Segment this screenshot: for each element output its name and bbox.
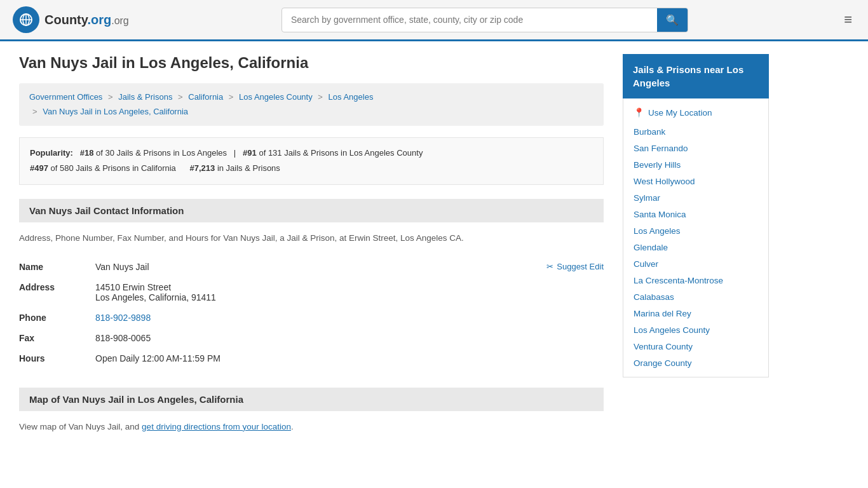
logo-text: County.org.org (44, 13, 129, 27)
main-content: Van Nuys Jail in Los Angeles, California… (19, 54, 604, 441)
list-item: Ventura County (634, 341, 758, 351)
sidebar-city-link[interactable]: Glendale (634, 243, 668, 252)
breadcrumb-sep-5: > (32, 107, 37, 116)
popularity-label: Popularity: (30, 148, 73, 158)
list-item: Culver (634, 259, 758, 269)
list-item: Burbank (634, 126, 758, 137)
sidebar-city-link[interactable]: Los Angeles County (634, 325, 710, 335)
rank1-desc: of 30 Jails & Prisons in Los Angeles (96, 148, 227, 158)
search-input[interactable] (282, 10, 657, 30)
list-item: Beverly Hills (634, 159, 758, 170)
site-header: County.org.org 🔍 ≡ (0, 0, 868, 41)
name-value-cell: Van Nuys Jail ✂ Suggest Edit (95, 257, 604, 277)
rank2: #91 (243, 148, 257, 158)
sidebar-city-link[interactable]: West Hollywood (634, 177, 695, 186)
phone-label: Phone (19, 308, 95, 328)
list-item: Glendale (634, 242, 758, 252)
edit-icon: ✂ (546, 262, 553, 271)
main-container: Van Nuys Jail in Los Angeles, California… (0, 41, 868, 454)
list-item: Los Angeles (634, 226, 758, 236)
suggest-edit-button[interactable]: ✂ Suggest Edit (546, 262, 604, 271)
breadcrumb-current[interactable]: Van Nuys Jail in Los Angeles, California (43, 107, 188, 116)
table-row-hours: Hours Open Daily 12:00 AM-11:59 PM (19, 348, 604, 369)
map-section-header: Map of Van Nuys Jail in Los Angeles, Cal… (19, 388, 604, 411)
sidebar-content: 📍 Use My Location BurbankSan FernandoBev… (623, 98, 769, 377)
breadcrumb-sep-1: > (108, 92, 113, 102)
map-desc-prefix: View map of Van Nuys Jail, and (19, 422, 142, 431)
sidebar-city-link[interactable]: Ventura County (634, 342, 693, 351)
breadcrumb-sep-2: > (178, 92, 183, 102)
list-item: Sylmar (634, 193, 758, 203)
address-value: 14510 Erwin Street Los Angeles, Californ… (95, 277, 604, 308)
list-item: Marina del Rey (634, 308, 758, 318)
rank4: #7,213 (189, 163, 215, 173)
sidebar-city-link[interactable]: Culver (634, 259, 658, 269)
menu-icon[interactable]: ≡ (841, 8, 855, 31)
sidebar: Jails & Prisons near Los Angeles 📍 Use M… (623, 54, 769, 441)
table-row-name: Name Van Nuys Jail ✂ Suggest Edit (19, 257, 604, 277)
list-item: Los Angeles County (634, 325, 758, 335)
breadcrumb: Government Offices > Jails & Prisons > C… (19, 83, 604, 126)
contact-table: Name Van Nuys Jail ✂ Suggest Edit Addres… (19, 257, 604, 369)
list-item: Santa Monica (634, 209, 758, 219)
breadcrumb-la-county[interactable]: Los Angeles County (239, 92, 313, 102)
breadcrumb-sep-3: > (229, 92, 234, 102)
breadcrumb-sep-4: > (318, 92, 323, 102)
popularity-box: Popularity: #18 of 30 Jails & Prisons in… (19, 137, 604, 185)
name-label: Name (19, 257, 95, 277)
sidebar-city-link[interactable]: Burbank (634, 127, 665, 137)
sidebar-city-link[interactable]: Beverly Hills (634, 160, 681, 170)
rank1: #18 (80, 148, 94, 158)
table-row-phone: Phone 818-902-9898 (19, 308, 604, 328)
rank2-desc: of 131 Jails & Prisons in Los Angeles Co… (259, 148, 423, 158)
address-label: Address (19, 277, 95, 308)
address-line2: Los Angeles, California, 91411 (95, 292, 604, 302)
table-row-fax: Fax 818-908-0065 (19, 328, 604, 348)
sidebar-links-list: BurbankSan FernandoBeverly HillsWest Hol… (634, 126, 758, 368)
list-item: West Hollywood (634, 176, 758, 186)
use-location-label: Use My Location (648, 108, 712, 118)
list-item: Calabasas (634, 292, 758, 302)
sidebar-city-link[interactable]: Calabasas (634, 292, 674, 302)
list-item: San Fernando (634, 143, 758, 153)
breadcrumb-government-offices[interactable]: Government Offices (29, 92, 102, 102)
sidebar-city-link[interactable]: Marina del Rey (634, 309, 691, 318)
contact-description: Address, Phone Number, Fax Number, and H… (19, 231, 604, 245)
breadcrumb-jails-prisons[interactable]: Jails & Prisons (118, 92, 172, 102)
breadcrumb-california[interactable]: California (188, 92, 223, 102)
search-button[interactable]: 🔍 (657, 8, 688, 32)
phone-link[interactable]: 818-902-9898 (95, 313, 151, 323)
address-line1: 14510 Erwin Street (95, 282, 604, 292)
sidebar-city-link[interactable]: Orange County (634, 358, 692, 368)
list-item: La Crescenta-Montrose (634, 275, 758, 285)
contact-section-header: Van Nuys Jail Contact Information (19, 199, 604, 222)
driving-directions-link[interactable]: get driving directions from your locatio… (142, 422, 291, 431)
location-icon: 📍 (634, 107, 644, 118)
hours-label: Hours (19, 348, 95, 369)
list-item: Orange County (634, 358, 758, 368)
search-bar: 🔍 (281, 8, 688, 32)
sidebar-city-link[interactable]: Santa Monica (634, 210, 686, 219)
rank3-desc: of 580 Jails & Prisons in California (51, 163, 176, 173)
map-description: View map of Van Nuys Jail, and get drivi… (19, 420, 604, 434)
map-desc-suffix: . (291, 422, 294, 431)
sidebar-city-link[interactable]: San Fernando (634, 144, 688, 153)
name-value: Van Nuys Jail (95, 262, 149, 272)
logo-area: County.org.org (13, 6, 129, 33)
sidebar-city-link[interactable]: Los Angeles (634, 226, 681, 236)
page-title: Van Nuys Jail in Los Angeles, California (19, 54, 604, 72)
rank4-desc: in Jails & Prisons (217, 163, 280, 173)
table-row-address: Address 14510 Erwin Street Los Angeles, … (19, 277, 604, 308)
sidebar-city-link[interactable]: La Crescenta-Montrose (634, 276, 723, 285)
suggest-edit-label: Suggest Edit (557, 262, 604, 271)
fax-label: Fax (19, 328, 95, 348)
rank3: #497 (30, 163, 48, 173)
sidebar-title: Jails & Prisons near Los Angeles (623, 54, 769, 98)
hours-value: Open Daily 12:00 AM-11:59 PM (95, 348, 604, 369)
sidebar-city-link[interactable]: Sylmar (634, 193, 660, 203)
phone-value-cell: 818-902-9898 (95, 308, 604, 328)
breadcrumb-los-angeles[interactable]: Los Angeles (329, 92, 374, 102)
logo-icon (13, 6, 39, 33)
use-my-location-link[interactable]: 📍 Use My Location (634, 107, 758, 118)
fax-value: 818-908-0065 (95, 328, 604, 348)
